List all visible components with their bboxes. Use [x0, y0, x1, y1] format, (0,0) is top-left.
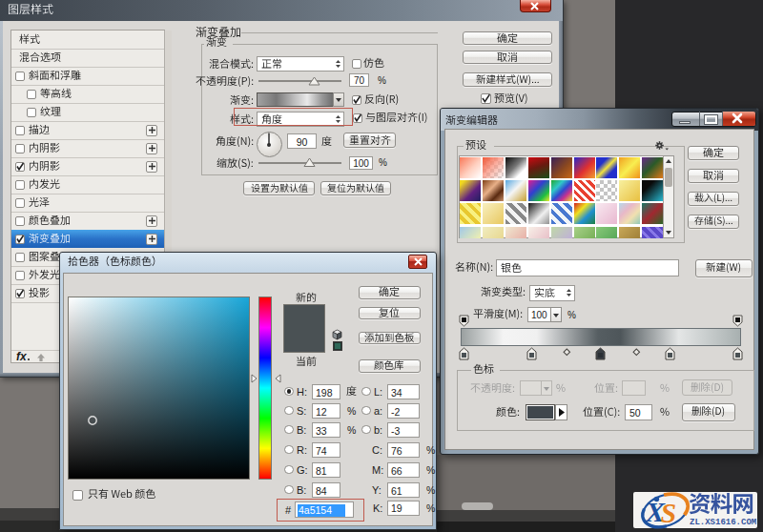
- svg-text:S: S: [661, 497, 677, 528]
